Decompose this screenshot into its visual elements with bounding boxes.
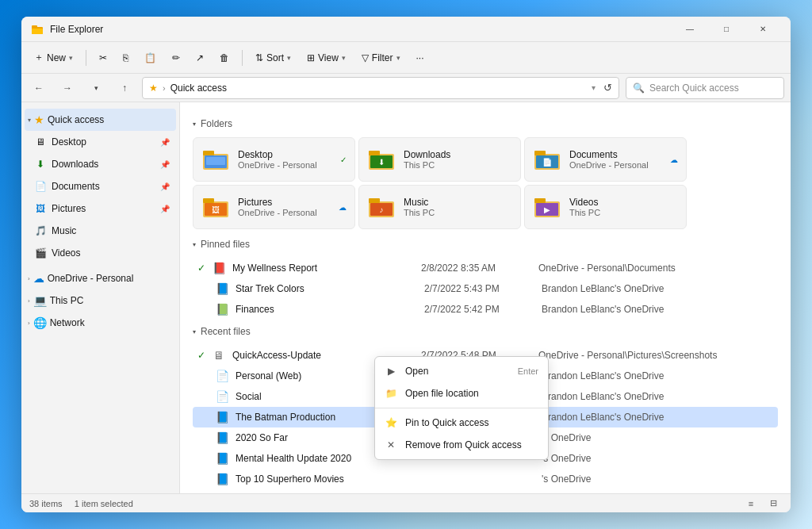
- recent-button[interactable]: ▾: [85, 77, 107, 99]
- back-button[interactable]: ←: [28, 77, 50, 99]
- doc-icon3: 📄: [215, 389, 229, 404]
- pinned-chevron-icon: ▾: [193, 241, 196, 248]
- thispc-label: This PC: [50, 295, 84, 306]
- thispc-header[interactable]: › 💻 This PC: [25, 289, 176, 312]
- new-button[interactable]: ＋ New ▾: [28, 48, 79, 67]
- search-box[interactable]: 🔍 Search Quick access: [626, 77, 784, 99]
- folder-card-documents[interactable]: 📄 Documents OneDrive - Personal ☁: [524, 137, 687, 182]
- paste-button[interactable]: 📋: [138, 49, 163, 67]
- view-button[interactable]: ⊞ View ▾: [301, 49, 352, 67]
- chevron-right-icon2: ›: [28, 297, 30, 305]
- sidebar-pictures-label: Pictures: [52, 203, 86, 214]
- star-icon: ★: [149, 82, 158, 94]
- sidebar-desktop-label: Desktop: [52, 136, 86, 148]
- toolbar: ＋ New ▾ ✂ ⎘ 📋 ✏ ↗ 🗑 ⇅ Sort ▾ ⊞ View ▾ ▽ …: [21, 42, 791, 74]
- close-button[interactable]: ✕: [745, 17, 781, 42]
- pictures-folder-loc: OneDrive - Personal: [238, 208, 317, 217]
- context-open-location[interactable]: 📁 Open file location: [375, 382, 548, 404]
- recent-superhero-loc: 's OneDrive: [542, 473, 591, 485]
- svg-rect-16: [203, 198, 214, 203]
- pinned-section-header: ▾ Pinned files: [193, 239, 778, 250]
- quick-access-header[interactable]: ▾ ★ Quick access: [25, 109, 176, 131]
- network-header[interactable]: › 🌐 Network: [25, 312, 176, 334]
- recent-file-superhero[interactable]: 📘 Top 10 Superhero Movies 's OneDrive: [193, 469, 778, 489]
- downloads-folder-name: Downloads: [404, 149, 450, 160]
- doc-icon: 🖥: [212, 348, 226, 362]
- word-icon2: 📘: [215, 410, 229, 424]
- more-button[interactable]: ···: [410, 49, 431, 67]
- title-bar-left: File Explorer: [31, 23, 103, 36]
- forward-button[interactable]: →: [56, 77, 79, 99]
- sidebar-item-downloads[interactable]: ⬇ Downloads 📌: [25, 153, 176, 175]
- context-separator: [375, 408, 548, 408]
- toolbar-separator: [86, 50, 86, 66]
- recent-personal-loc: Brandon LeBlanc's OneDrive: [542, 370, 664, 381]
- list-view-button[interactable]: ≡: [741, 496, 760, 512]
- pinned-file-finances[interactable]: 📗 Finances 2/7/2022 5:42 PM Brandon LeBl…: [193, 299, 778, 320]
- folders-chevron-icon: ▾: [193, 121, 196, 128]
- star-icon: ★: [34, 113, 44, 126]
- rename-button[interactable]: ✏: [166, 49, 186, 67]
- filter-icon: ▽: [362, 52, 369, 63]
- folder-card-downloads[interactable]: ⬇ Downloads This PC: [358, 137, 521, 182]
- pinned-section-label: Pinned files: [201, 239, 250, 250]
- copy-button[interactable]: ⎘: [117, 49, 135, 67]
- pictures-folder-icon: 🖼: [201, 193, 230, 221]
- refresh-button[interactable]: ↺: [603, 82, 612, 94]
- svg-rect-20: [369, 198, 380, 203]
- music-folder-name: Music: [404, 197, 435, 208]
- pinned-file-startrek[interactable]: 📘 Star Trek Colors 2/7/2022 5:43 PM Bran…: [193, 278, 778, 299]
- videos-folder-loc: This PC: [569, 208, 600, 217]
- open-location-icon: 📁: [385, 387, 397, 400]
- sidebar-item-videos[interactable]: 🎬 Videos: [25, 242, 176, 264]
- music-folder-loc: This PC: [404, 208, 435, 217]
- folder-card-videos[interactable]: ▶ Videos This PC: [524, 185, 687, 229]
- address-path: Quick access: [170, 82, 587, 94]
- folder-card-music[interactable]: ♪ Music This PC: [358, 185, 521, 229]
- recent-superhero-name: Top 10 Superhero Movies: [236, 473, 418, 485]
- network-label: Network: [50, 317, 85, 328]
- desktop-icon: 🖥: [34, 136, 47, 148]
- pinned-startrek-loc: Brandon LeBlanc's OneDrive: [542, 283, 664, 294]
- share-button[interactable]: ↗: [190, 49, 210, 67]
- onedrive-header[interactable]: › ☁ OneDrive - Personal: [25, 267, 176, 289]
- pictures-cloud-icon: ☁: [339, 203, 347, 212]
- recent-file-survey[interactable]: 📗 Survey1 's OneDrive: [193, 489, 778, 493]
- pinned-startrek-date: 2/7/2022 5:43 PM: [424, 283, 535, 294]
- context-remove[interactable]: ✕ Remove from Quick access: [375, 434, 548, 456]
- music-folder-info: Music This PC: [404, 197, 435, 217]
- chevron-right-icon: ›: [28, 275, 30, 282]
- address-box[interactable]: ★ › Quick access ▾ ↺: [142, 77, 619, 99]
- sidebar-item-pictures[interactable]: 🖼 Pictures 📌: [25, 197, 176, 220]
- sidebar-item-desktop[interactable]: 🖥 Desktop 📌: [25, 131, 176, 153]
- sidebar-item-documents[interactable]: 📄 Documents 📌: [25, 175, 176, 197]
- downloads-folder-loc: This PC: [404, 160, 450, 170]
- downloads-folder-info: Downloads This PC: [404, 149, 450, 170]
- desktop-folder-info: Desktop OneDrive - Personal: [238, 149, 317, 170]
- sidebar-item-music[interactable]: 🎵 Music: [25, 220, 176, 242]
- videos-folder-icon: ▶: [533, 193, 561, 221]
- context-open[interactable]: ▶ Open Enter: [375, 360, 548, 382]
- detail-view-button[interactable]: ⊟: [764, 496, 783, 512]
- cut-button[interactable]: ✂: [93, 49, 113, 67]
- context-open-shortcut: Enter: [518, 366, 538, 376]
- filter-button[interactable]: ▽ Filter ▾: [355, 49, 407, 67]
- pinned-file-wellness[interactable]: ✓ 📕 My Wellness Report 2/8/2022 8:35 AM …: [193, 258, 778, 278]
- window-title: File Explorer: [50, 24, 103, 35]
- pin-to-quick-icon: ⭐: [385, 416, 397, 429]
- status-view-controls: ≡ ⊟: [741, 496, 783, 512]
- up-button[interactable]: ↑: [113, 77, 136, 99]
- remove-icon: ✕: [385, 439, 397, 451]
- desktop-folder-name: Desktop: [238, 149, 317, 160]
- maximize-button[interactable]: □: [708, 17, 745, 42]
- view-icon: ⊞: [307, 52, 315, 63]
- word-icon3: 📘: [215, 431, 229, 445]
- delete-button[interactable]: 🗑: [213, 49, 236, 67]
- svg-rect-6: [206, 157, 225, 165]
- context-pin[interactable]: ⭐ Pin to Quick access: [375, 412, 548, 434]
- folder-card-desktop[interactable]: Desktop OneDrive - Personal ✓: [193, 137, 355, 182]
- folder-card-pictures[interactable]: 🖼 Pictures OneDrive - Personal ☁: [193, 185, 355, 229]
- svg-text:🖼: 🖼: [212, 205, 220, 214]
- sort-button[interactable]: ⇅ Sort ▾: [249, 49, 297, 67]
- minimize-button[interactable]: —: [672, 17, 708, 42]
